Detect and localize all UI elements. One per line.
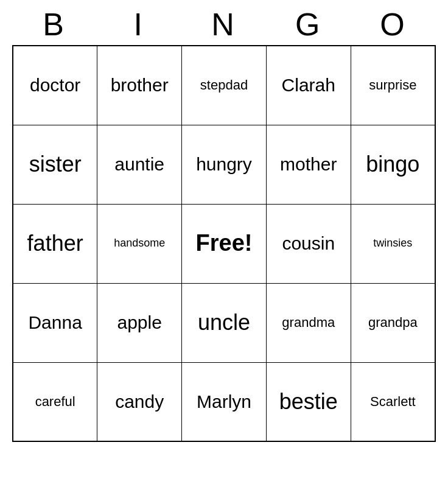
list-item: auntie [97,125,182,204]
cell-text: hungry [196,154,252,174]
cell-text: grandpa [368,315,418,330]
table-row: Dannaappleunclegrandmagrandpa [13,283,435,362]
list-item: twinsies [351,204,435,283]
list-item: surprise [351,46,435,125]
cell-text: handsome [114,237,165,249]
table-row: doctorbrotherstepdadClarahsurprise [13,46,435,125]
cell-text: stepdad [200,77,248,93]
cell-text: uncle [198,310,250,335]
list-item: mother [266,125,351,204]
list-item: sister [13,125,97,204]
table-row: fatherhandsomeFree!cousintwinsies [13,204,435,283]
cell-text: twinsies [373,237,412,249]
header-n: N [181,6,266,43]
list-item: hungry [182,125,267,204]
cell-text: Scarlett [370,394,416,409]
table-row: carefulcandyMarlynbestieScarlett [13,362,435,441]
header-b: B [12,6,97,43]
cell-text: auntie [114,154,164,174]
list-item: bingo [351,125,435,204]
table-row: sisterauntiehungrymotherbingo [13,125,435,204]
cell-text: bestie [279,389,338,414]
cell-text: Marlyn [197,391,251,412]
cell-text: father [27,231,83,256]
list-item: father [13,204,97,283]
list-item: doctor [13,46,97,125]
list-item: candy [97,362,182,441]
cell-text: Danna [28,312,82,332]
list-item: grandma [266,283,351,362]
cell-text: candy [115,391,164,412]
cell-text: Free! [196,230,253,256]
cell-text: Clarah [282,75,335,95]
cell-text: grandma [282,315,335,330]
list-item: Marlyn [182,362,267,441]
list-item: uncle [182,283,267,362]
list-item: careful [13,362,97,441]
list-item: Scarlett [351,362,435,441]
list-item: Danna [13,283,97,362]
cell-text: cousin [282,233,335,253]
list-item: apple [97,283,182,362]
cell-text: sister [29,152,82,177]
list-item: stepdad [182,46,267,125]
header-i: I [97,6,181,43]
cell-text: careful [35,394,75,409]
list-item: bestie [266,362,351,441]
cell-text: mother [280,154,337,174]
list-item: Free! [182,204,267,283]
cell-text: brother [111,75,169,95]
bingo-header: B I N G O [12,6,436,43]
cell-text: surprise [369,77,416,93]
cell-text: bingo [366,152,419,177]
list-item: brother [97,46,182,125]
cell-text: apple [117,312,161,332]
bingo-grid: doctorbrotherstepdadClarahsurprisesister… [12,45,436,442]
list-item: cousin [266,204,351,283]
header-o: O [351,6,436,43]
list-item: handsome [97,204,182,283]
list-item: Clarah [266,46,351,125]
cell-text: doctor [30,75,80,95]
header-g: G [267,6,351,43]
list-item: grandpa [351,283,435,362]
